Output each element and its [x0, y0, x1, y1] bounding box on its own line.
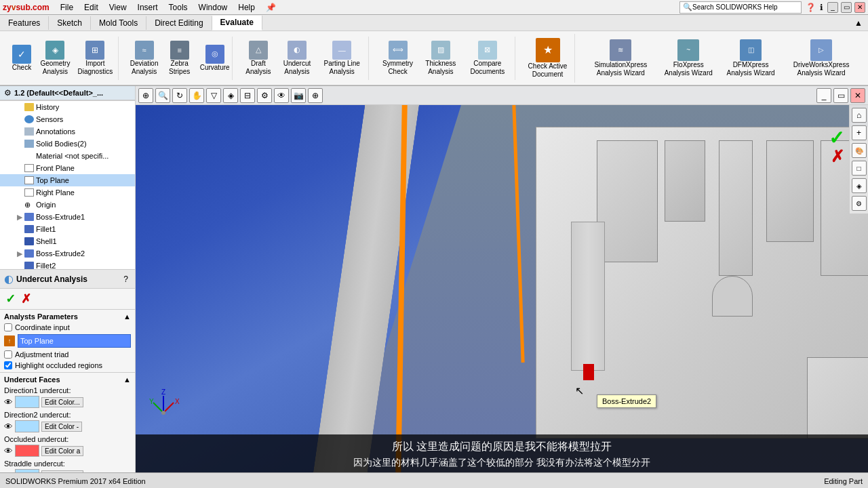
tree-item-boss-extrude2[interactable]: ▶ Boss-Extrude2: [0, 247, 135, 260]
coordinate-checkbox[interactable]: [4, 323, 12, 331]
tree-expander[interactable]: [15, 115, 24, 124]
analysis-help-button[interactable]: ?: [123, 274, 128, 284]
direction2-count[interactable]: 0: [15, 420, 39, 432]
view-selector-button[interactable]: ▽: [206, 88, 221, 103]
pin-icon[interactable]: 📌: [266, 3, 276, 12]
tab-evaluate[interactable]: Evaluate: [212, 16, 262, 30]
adjustment-checkbox[interactable]: [4, 350, 12, 359]
draft-analysis-button[interactable]: △ Draft Analysis: [242, 39, 275, 77]
undercut-collapse-button[interactable]: ▲: [123, 375, 131, 384]
parting-line-analysis-button[interactable]: — Parting Line Analysis: [319, 39, 364, 77]
tree-expander[interactable]: [15, 139, 24, 148]
close-button[interactable]: ✕: [854, 2, 865, 13]
direction1-count[interactable]: 0: [15, 396, 39, 408]
tree-item-right-plane[interactable]: Right Plane: [0, 186, 135, 199]
tree-expander[interactable]: [15, 188, 24, 197]
display-style-button[interactable]: ◈: [223, 88, 238, 103]
zoom-in-button[interactable]: 🔍: [155, 88, 170, 103]
tree-item-shell1[interactable]: Shell1: [0, 235, 135, 247]
render-button[interactable]: ◈: [852, 178, 867, 193]
help-icon[interactable]: ❓: [806, 3, 816, 12]
ribbon-collapse[interactable]: ▲: [854, 18, 868, 28]
pan-button[interactable]: ✋: [189, 88, 204, 103]
settings-vp-button[interactable]: ⚙: [852, 196, 867, 211]
dfmxpress-button[interactable]: ◫ DFMXpress Analysis Wizard: [720, 38, 781, 79]
tree-expander[interactable]: [15, 127, 24, 136]
zoom-to-fit-button[interactable]: ⊕: [138, 88, 153, 103]
curvature-button[interactable]: ◎ Curvature: [199, 43, 231, 73]
tree-expander[interactable]: [15, 237, 24, 246]
floxpress-button[interactable]: ~ FloXpress Analysis Wizard: [660, 38, 717, 79]
straddle-count[interactable]: 0: [15, 469, 39, 472]
thickness-analysis-button[interactable]: ▨ Thickness Analysis: [420, 39, 462, 77]
home-view-button[interactable]: ⌂: [852, 108, 867, 123]
edit-color-2-button[interactable]: Edit Color -: [41, 422, 82, 432]
tree-item-annotations[interactable]: Annotations: [0, 125, 135, 138]
tree-item-material[interactable]: Material <not specifi...: [0, 150, 135, 162]
tree-item-top-plane[interactable]: Top Plane: [0, 174, 135, 186]
minimize-button[interactable]: _: [827, 2, 838, 13]
menu-help[interactable]: Help: [233, 1, 260, 14]
zoom-button[interactable]: +: [852, 125, 867, 140]
simulation-xpress-button[interactable]: ≋ SimulationXpress Analysis Wizard: [585, 38, 657, 79]
rotate-button[interactable]: ↻: [172, 88, 187, 103]
tree-expander[interactable]: [15, 261, 24, 270]
tab-direct-editing[interactable]: Direct Editing: [146, 16, 212, 30]
viewport[interactable]: ⊕ 🔍 ↻ ✋ ▽ ◈ ⊟ ⚙ 👁 📷 ⊕ _ ▭ ✕: [136, 86, 868, 472]
driveworks-button[interactable]: ▷ DriveWorksXpress Analysis Wizard: [784, 38, 859, 79]
tab-mold-tools[interactable]: Mold Tools: [91, 16, 146, 30]
tree-item-solid-bodies[interactable]: Solid Bodies(2): [0, 138, 135, 150]
hide-show-button[interactable]: 👁: [274, 88, 289, 103]
tree-expander[interactable]: [15, 200, 24, 209]
search-input[interactable]: [692, 3, 787, 11]
edit-color-3-button[interactable]: Edit Color a: [41, 446, 83, 456]
tree-item-history[interactable]: History: [0, 101, 135, 113]
menu-insert[interactable]: Insert: [132, 1, 163, 14]
menu-edit[interactable]: Edit: [79, 1, 104, 14]
eye-icon-4[interactable]: 👁: [4, 470, 13, 473]
occluded-count[interactable]: 153: [15, 445, 39, 457]
confirm-button[interactable]: ✓: [5, 291, 16, 306]
tree-item-sensors[interactable]: Sensors: [0, 113, 135, 125]
tree-item-fillet1[interactable]: Fillet1: [0, 223, 135, 235]
tree-expander[interactable]: ▶: [15, 249, 24, 258]
tree-expander[interactable]: [15, 102, 24, 112]
menu-view[interactable]: View: [104, 1, 132, 14]
view-cube-button[interactable]: □: [852, 161, 867, 176]
triad-button[interactable]: ⊕: [308, 88, 323, 103]
tab-features[interactable]: Features: [0, 16, 49, 30]
tree-expander[interactable]: [15, 163, 24, 173]
eye-icon-2[interactable]: 👁: [4, 422, 13, 432]
eye-icon-3[interactable]: 👁: [4, 446, 13, 456]
tree-expander[interactable]: [15, 224, 24, 234]
cancel-button[interactable]: ✗: [21, 291, 31, 306]
highlight-checkbox[interactable]: [4, 361, 12, 369]
view-options-button[interactable]: ⚙: [257, 88, 272, 103]
tree-item-origin[interactable]: ⊕ Origin: [0, 199, 135, 211]
tree-expander[interactable]: ▶: [15, 212, 24, 222]
params-collapse-button[interactable]: ▲: [123, 312, 131, 321]
vp-close-button[interactable]: ✕: [850, 88, 865, 103]
zebra-stripes-button[interactable]: ≡ Zebra Stripes: [163, 39, 196, 77]
tab-sketch[interactable]: Sketch: [49, 16, 91, 30]
tree-expander[interactable]: [15, 151, 24, 161]
import-diagnostics-button[interactable]: ⊞ Import Diagnostics: [77, 39, 114, 77]
tree-item-fillet2[interactable]: Fillet2: [0, 260, 135, 270]
menu-file[interactable]: File: [55, 1, 79, 14]
eye-icon-1[interactable]: 👁: [4, 397, 13, 407]
menu-window[interactable]: Window: [193, 1, 233, 14]
section-view-button[interactable]: ⊟: [240, 88, 255, 103]
compare-documents-button[interactable]: ⊠ Compare Documents: [465, 39, 511, 77]
symmetry-check-button[interactable]: ⟺ Symmetry Check: [378, 39, 417, 77]
geometry-analysis-button[interactable]: ◈ Geometry Analysis: [37, 39, 74, 77]
edit-color-1-button[interactable]: Edit Color...: [41, 397, 83, 407]
tree-item-front-plane[interactable]: Front Plane: [0, 162, 135, 174]
vp-minimize-button[interactable]: _: [816, 88, 831, 103]
edit-color-4-button[interactable]: Edit Color...: [41, 470, 83, 473]
menu-tools[interactable]: Tools: [163, 1, 193, 14]
tree-item-boss-extrude1[interactable]: ▶ Boss-Extrude1: [0, 211, 135, 223]
pull-direction-input[interactable]: [18, 334, 131, 348]
check-button[interactable]: ✓ Check: [9, 43, 34, 73]
vp-maximize-button[interactable]: ▭: [833, 88, 848, 103]
undercut-analysis-button[interactable]: ◐ Undercut Analysis: [277, 39, 317, 77]
